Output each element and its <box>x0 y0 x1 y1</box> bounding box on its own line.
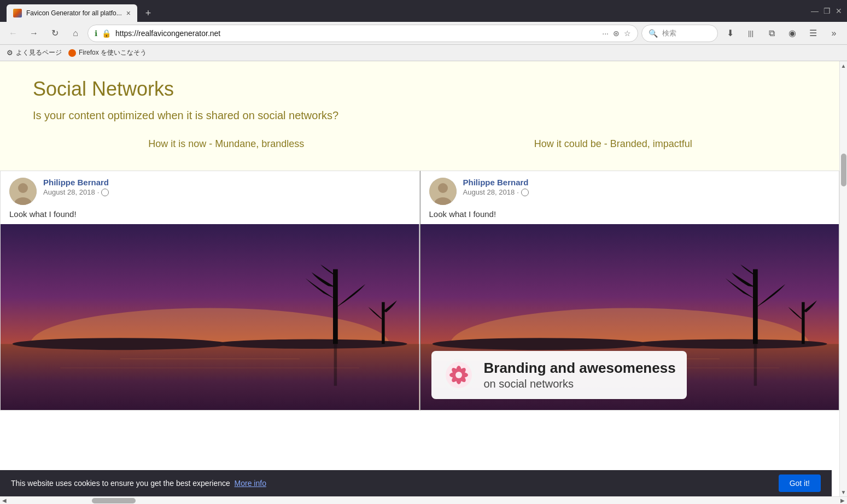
page-viewport: Social Networks Is your content optimize… <box>0 61 847 496</box>
profile-button[interactable]: ◉ <box>784 25 801 42</box>
visibility-globe-icon-right <box>521 189 529 196</box>
close-window-button[interactable]: ✕ <box>835 7 843 15</box>
branding-overlay: Branding and awesomeness on social netwo… <box>431 351 687 399</box>
scrollbar-track[interactable] <box>840 70 847 488</box>
scroll-left-arrow[interactable]: ◀ <box>0 497 9 505</box>
library-button[interactable]: ||| <box>742 25 760 42</box>
settings-icon: ⚙ <box>7 49 13 57</box>
svg-point-6 <box>13 338 228 350</box>
post-meta-left: August 28, 2018 · <box>43 188 411 196</box>
search-placeholder: 検索 <box>662 28 676 38</box>
back-icon: ← <box>9 28 17 38</box>
new-tab-button[interactable]: + <box>139 4 157 22</box>
home-button[interactable]: ⌂ <box>67 25 84 42</box>
brand-logo-svg <box>445 361 472 389</box>
post-info-left: Philippe Bernard August 28, 2018 · <box>43 178 411 196</box>
menu-button[interactable]: ☰ <box>804 25 822 42</box>
search-bar[interactable]: 🔍 検索 <box>641 25 718 42</box>
brand-logo <box>442 359 475 391</box>
post-header-left: Philippe Bernard August 28, 2018 · <box>1 171 419 209</box>
extensions-icon: » <box>832 28 837 38</box>
dot-separator-right: · <box>517 188 519 196</box>
minimize-button[interactable]: — <box>811 7 819 15</box>
secure-icon: 🔒 <box>102 29 111 38</box>
scroll-down-arrow[interactable]: ▼ <box>840 488 848 496</box>
tab-title: Favicon Generator for all platfo... <box>26 9 122 17</box>
post-image-right: Branding and awesomeness on social netwo… <box>420 224 839 410</box>
post-info-right: Philippe Bernard August 28, 2018 · <box>463 178 831 196</box>
post-text-left: Look what I found! <box>1 209 419 224</box>
section-title: Social Networks <box>33 78 807 101</box>
avatar-right <box>429 178 457 205</box>
bookmark-label-1: よく見るページ <box>16 48 62 57</box>
search-magnifier-icon: 🔍 <box>649 29 658 38</box>
svg-point-20 <box>635 339 827 348</box>
scroll-right-arrow[interactable]: ▶ <box>838 497 847 505</box>
url-actions: ··· ⊛ ☆ <box>602 29 631 38</box>
post-text-right: Look what I found! <box>420 209 839 224</box>
tab-close-button[interactable]: × <box>126 9 131 17</box>
active-tab[interactable]: Favicon Generator for all platfo... × <box>7 4 137 22</box>
post-image-left <box>1 224 419 410</box>
brand-text-line1: Branding and awesomeness <box>484 360 676 377</box>
synced-tabs-icon: ⧉ <box>769 28 775 38</box>
post-author-left[interactable]: Philippe Bernard <box>43 178 411 187</box>
left-comparison-label: How it is now - Mundane, brandless <box>33 133 420 155</box>
svg-rect-5 <box>1 344 419 410</box>
social-networks-section: Social Networks Is your content optimize… <box>0 61 839 171</box>
bookmark-settings[interactable]: ⚙ よく見るページ <box>7 48 62 57</box>
back-button[interactable]: ← <box>4 25 22 42</box>
svg-point-1 <box>18 183 28 193</box>
forward-button[interactable]: → <box>25 25 43 42</box>
tab-bar: Favicon Generator for all platfo... × + <box>4 0 157 22</box>
hamburger-menu-icon: ☰ <box>809 28 817 38</box>
firefox-icon <box>68 49 76 57</box>
scroll-up-arrow[interactable]: ▲ <box>840 61 848 70</box>
bookmark-label-2: Firefox を使いこなそう <box>79 48 147 57</box>
scrollbar-thumb[interactable] <box>841 154 846 186</box>
refresh-button[interactable]: ↻ <box>46 25 63 42</box>
avatar-left <box>9 178 37 205</box>
info-icon: ℹ <box>95 29 97 38</box>
url-bar[interactable]: ℹ 🔒 https://realfavicongenerator.net ···… <box>87 25 638 42</box>
cookie-accept-button[interactable]: Got it! <box>779 474 821 492</box>
section-subtitle: Is your content optimized when it is sha… <box>33 109 807 122</box>
refresh-icon: ↻ <box>51 28 59 38</box>
pocket-icon[interactable]: ⊛ <box>613 29 620 38</box>
post-date-left: August 28, 2018 <box>43 188 95 196</box>
svg-point-35 <box>455 372 462 378</box>
download-button[interactable]: ⬇ <box>721 25 739 42</box>
library-icon: ||| <box>748 29 753 37</box>
browser-frame: Favicon Generator for all platfo... × + … <box>0 0 847 504</box>
post-date-right: August 28, 2018 <box>463 188 515 196</box>
brand-text-line2: on social networks <box>484 377 676 390</box>
home-icon: ⌂ <box>73 28 78 38</box>
bookmark-star-icon[interactable]: ☆ <box>624 29 631 38</box>
h-scrollbar-track[interactable] <box>9 497 838 504</box>
page-content: Social Networks Is your content optimize… <box>0 61 839 496</box>
scrollbar-horizontal[interactable]: ◀ ▶ <box>0 496 847 504</box>
extensions-button[interactable]: » <box>825 25 843 42</box>
cookie-bar: This website uses cookies to ensure you … <box>0 470 832 496</box>
window-controls: — ❐ ✕ <box>811 7 843 15</box>
synced-tabs-button[interactable]: ⧉ <box>763 25 780 42</box>
h-scrollbar-thumb[interactable] <box>92 498 136 503</box>
dot-separator-left: · <box>97 188 100 196</box>
bookmark-firefox[interactable]: Firefox を使いこなそう <box>68 48 147 57</box>
maximize-button[interactable]: ❐ <box>823 7 831 15</box>
download-icon: ⬇ <box>727 28 734 38</box>
cookie-message-text: This website uses cookies to ensure you … <box>11 479 230 488</box>
more-options-icon[interactable]: ··· <box>602 29 609 38</box>
cookie-more-info-link[interactable]: More info <box>235 479 266 488</box>
bookmarks-bar: ⚙ よく見るページ Firefox を使いこなそう <box>0 45 847 61</box>
visibility-globe-icon-left <box>101 189 109 196</box>
brand-text-container: Branding and awesomeness on social netwo… <box>484 360 676 390</box>
post-meta-right: August 28, 2018 · <box>463 188 831 196</box>
navigation-bar: ← → ↻ ⌂ ℹ 🔒 https://realfavicongenerator… <box>0 22 847 45</box>
tab-favicon <box>13 9 22 17</box>
svg-point-19 <box>432 338 647 350</box>
url-text: https://realfavicongenerator.net <box>115 29 598 38</box>
posts-container: Philippe Bernard August 28, 2018 · Look … <box>0 171 839 411</box>
post-author-right[interactable]: Philippe Bernard <box>463 178 831 187</box>
scrollbar-vertical[interactable]: ▲ ▼ <box>839 61 847 496</box>
